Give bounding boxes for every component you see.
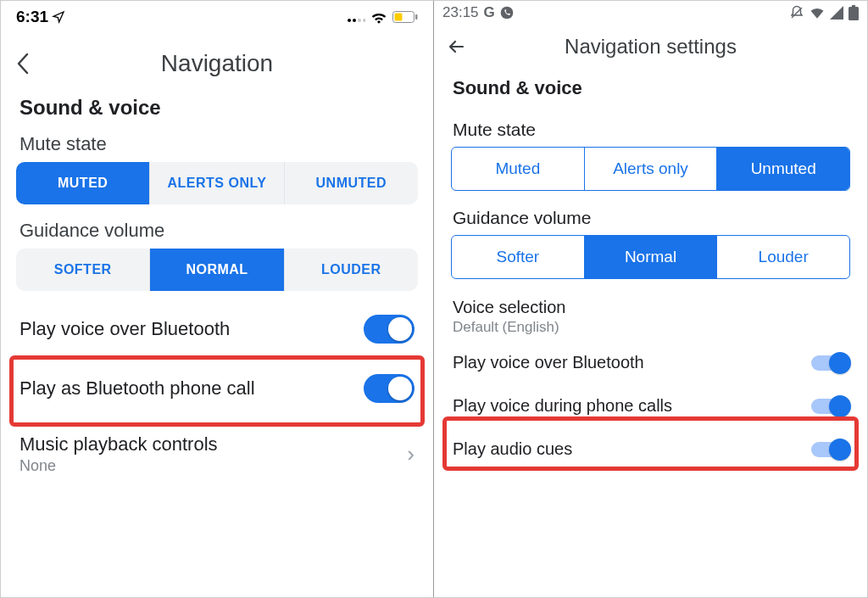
play-voice-bluetooth-row[interactable]: Play voice over Bluetooth <box>434 341 867 384</box>
guidance-option-louder[interactable]: Louder <box>717 236 849 278</box>
voice-selection-row[interactable]: Voice selection Default (English) <box>434 284 867 341</box>
ios-header: Navigation <box>1 30 433 87</box>
guidance-option-louder[interactable]: LOUDER <box>285 249 418 291</box>
svg-rect-6 <box>395 14 403 21</box>
svg-point-0 <box>348 19 351 22</box>
mute-state-segmented: MUTED ALERTS ONLY UNMUTED <box>16 162 418 204</box>
play-as-phonecall-label: Play as Bluetooth phone call <box>19 377 255 400</box>
guidance-segmented: Softer Normal Louder <box>451 235 850 279</box>
wifi-icon <box>370 10 387 24</box>
guidance-label: Guidance volume <box>1 213 433 249</box>
mute-option-alerts[interactable]: Alerts only <box>585 148 718 190</box>
mute-option-muted[interactable]: MUTED <box>16 162 150 204</box>
play-audio-cues-toggle[interactable] <box>811 442 849 457</box>
play-during-calls-label: Play voice during phone calls <box>453 396 672 416</box>
page-title: Navigation settings <box>446 35 855 59</box>
svg-rect-10 <box>852 5 855 8</box>
play-audio-cues-label: Play audio cues <box>453 439 572 459</box>
mute-option-unmuted[interactable]: UNMUTED <box>285 162 418 204</box>
mute-icon <box>789 5 804 20</box>
play-as-phonecall-toggle[interactable] <box>364 374 415 403</box>
cell-signal-icon <box>347 11 365 23</box>
mute-option-unmuted[interactable]: Unmuted <box>717 148 849 190</box>
guidance-label: Guidance volume <box>434 196 867 235</box>
android-screenshot: 23:15 G Navigation settings So <box>434 1 867 597</box>
mute-option-muted[interactable]: Muted <box>452 148 585 190</box>
play-voice-bluetooth-toggle[interactable] <box>364 315 415 344</box>
section-title: Sound & voice <box>1 87 433 126</box>
play-voice-bluetooth-label: Play voice over Bluetooth <box>19 318 230 340</box>
battery-icon <box>849 5 859 20</box>
play-as-phonecall-row[interactable]: Play as Bluetooth phone call <box>1 359 433 418</box>
ios-status-time: 6:31 <box>16 8 48 26</box>
play-during-calls-row[interactable]: Play voice during phone calls <box>434 384 867 428</box>
mute-state-segmented: Muted Alerts only Unmuted <box>451 147 850 191</box>
android-header: Navigation settings <box>434 23 867 67</box>
svg-point-3 <box>363 19 365 22</box>
phone-icon <box>500 6 514 20</box>
wifi-icon <box>810 6 825 20</box>
svg-rect-5 <box>415 14 418 20</box>
chevron-right-icon: › <box>407 441 415 467</box>
svg-rect-9 <box>849 7 859 20</box>
section-title: Sound & voice <box>434 67 867 108</box>
music-playback-label: Music playback controls <box>19 433 218 455</box>
battery-icon <box>392 11 418 23</box>
music-playback-row[interactable]: Music playback controls None › <box>1 418 433 490</box>
page-title: Navigation <box>13 50 421 77</box>
guidance-option-softer[interactable]: Softer <box>452 236 585 278</box>
android-status-time: 23:15 <box>442 4 479 21</box>
google-icon: G <box>484 4 495 21</box>
android-status-bar: 23:15 G <box>434 1 867 23</box>
play-audio-cues-row[interactable]: Play audio cues <box>434 428 867 471</box>
ios-status-bar: 6:31 <box>1 1 433 30</box>
play-voice-bluetooth-row[interactable]: Play voice over Bluetooth <box>1 299 433 359</box>
voice-selection-label: Voice selection <box>453 298 849 317</box>
guidance-segmented: SOFTER NORMAL LOUDER <box>16 249 418 291</box>
guidance-option-normal[interactable]: NORMAL <box>150 249 284 291</box>
play-during-calls-toggle[interactable] <box>811 399 849 414</box>
ios-screenshot: 6:31 Navigation Sound & voice Mute state… <box>1 1 434 597</box>
play-voice-bluetooth-toggle[interactable] <box>811 355 849 371</box>
music-playback-value: None <box>19 457 218 475</box>
guidance-option-normal[interactable]: Normal <box>585 236 718 278</box>
voice-selection-value: Default (English) <box>453 319 849 336</box>
svg-point-1 <box>353 19 356 22</box>
mute-option-alerts[interactable]: ALERTS ONLY <box>150 162 284 204</box>
svg-point-7 <box>500 7 513 20</box>
mute-state-label: Mute state <box>434 108 867 147</box>
location-arrow-icon <box>52 10 65 24</box>
play-voice-bluetooth-label: Play voice over Bluetooth <box>453 353 644 372</box>
guidance-option-softer[interactable]: SOFTER <box>16 249 150 291</box>
mute-state-label: Mute state <box>1 126 433 162</box>
cell-signal-icon <box>830 6 843 20</box>
svg-point-2 <box>358 19 361 22</box>
